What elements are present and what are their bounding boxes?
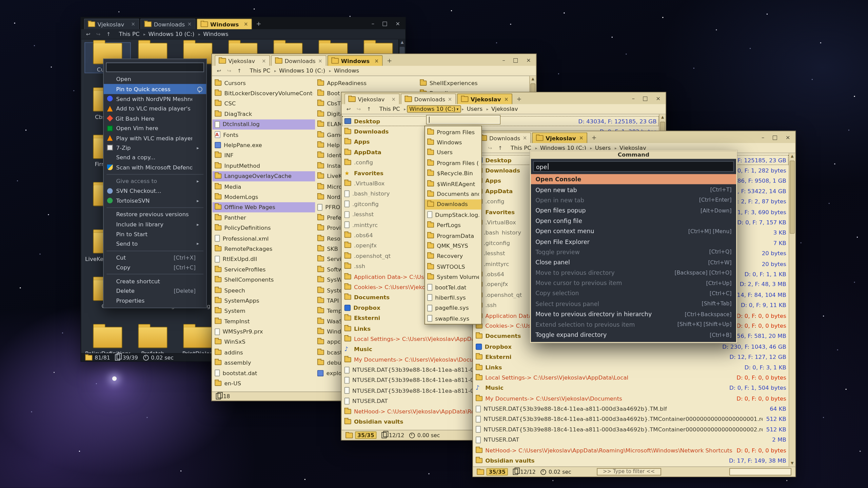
- close-button[interactable]: ×: [786, 134, 790, 140]
- menu-item[interactable]: Open Vim here: [104, 123, 206, 133]
- scroll-up-icon[interactable]: ▲: [659, 114, 666, 120]
- new-tab-button[interactable]: +: [515, 95, 524, 104]
- dropdown-item[interactable]: Windows: [425, 137, 481, 148]
- new-tab-button[interactable]: +: [590, 134, 599, 143]
- file-row[interactable]: SystemApps: [213, 295, 315, 306]
- menu-item[interactable]: Cut [Ctrl+X]: [104, 253, 206, 263]
- menu-item[interactable]: Send a copy...: [104, 153, 206, 163]
- menu-item[interactable]: Delete [Delete]: [104, 286, 206, 296]
- file-row[interactable]: HelpPane.exe: [213, 140, 315, 150]
- up-button[interactable]: ↑: [105, 31, 112, 37]
- tab-close-icon[interactable]: ×: [375, 58, 379, 64]
- vertical-scrollbar[interactable]: ▲ ▼: [789, 153, 795, 466]
- file-row[interactable]: WinSxS: [213, 337, 315, 347]
- tab-close-icon[interactable]: ×: [318, 58, 322, 64]
- file-row[interactable]: My Documents -> C:\Users\Vjekoslav\Docum…: [473, 393, 788, 404]
- tab-close-icon[interactable]: ×: [523, 135, 527, 141]
- file-row[interactable]: AppReadiness: [315, 78, 418, 88]
- file-row[interactable]: assembly: [213, 358, 315, 368]
- file-row[interactable]: DtcInstall.log: [213, 119, 315, 130]
- breadcrumb-item[interactable]: This PC: [117, 31, 142, 37]
- path-edit-input[interactable]: [426, 115, 500, 124]
- tab-close-icon[interactable]: ×: [244, 21, 248, 27]
- scroll-up-icon[interactable]: ▲: [399, 39, 405, 45]
- dropdown-item[interactable]: Recovery: [425, 251, 481, 262]
- breadcrumb-item[interactable]: This PC: [248, 67, 273, 74]
- tab[interactable]: Vjekoslav ×: [457, 94, 512, 104]
- dropdown-item[interactable]: DumpStack.log...: [425, 210, 481, 220]
- menu-item[interactable]: Properties: [104, 296, 206, 306]
- back-button[interactable]: ↩: [84, 31, 92, 37]
- file-row[interactable]: Offline Web Pages: [213, 202, 315, 212]
- back-button[interactable]: ↩: [345, 106, 352, 112]
- file-row[interactable]: ServiceProfiles: [213, 264, 315, 275]
- command-item[interactable]: Move to previous directory [Backspace] […: [531, 267, 736, 278]
- file-row[interactable]: NetHood -> C:\Users\Vjekoslav\AppData\Ro…: [473, 445, 788, 455]
- file-row[interactable]: RtlExUpd.dll: [213, 254, 315, 264]
- scroll-down-icon[interactable]: ▼: [789, 460, 795, 466]
- menu-item[interactable]: Open: [104, 74, 206, 84]
- scroll-up-icon[interactable]: ▲: [789, 153, 795, 159]
- command-item[interactable]: Toggle preview [Ctrl+Q]: [531, 247, 736, 257]
- file-row[interactable]: Media: [213, 181, 315, 192]
- tab[interactable]: Vjekoslav ×: [215, 55, 270, 66]
- file-row[interactable]: ShellExperiences: [418, 78, 520, 88]
- file-row[interactable]: Panther: [213, 212, 315, 223]
- dropdown-item[interactable]: Program Files (...: [425, 158, 481, 168]
- dropdown-item[interactable]: QMK_MSYS: [425, 241, 481, 251]
- menu-item[interactable]: TortoiseSVN ▸: [104, 196, 206, 206]
- breadcrumb-item[interactable]: This PC: [378, 106, 403, 112]
- maximize-button[interactable]: □: [643, 96, 648, 101]
- file-row[interactable]: Obsidian vaults D: 17, F: 149, 38 MB: [473, 455, 788, 466]
- file-row[interactable]: NTUSER.DAT{53b39e88-18c4-11ea-a811-000d3…: [473, 414, 788, 424]
- dropdown-item[interactable]: $WinREAgent: [425, 179, 481, 189]
- tab[interactable]: Vjekoslav ×: [532, 133, 587, 143]
- breadcrumb-item[interactable]: Windows 10 (C:): [146, 31, 197, 37]
- file-row[interactable]: Cursors: [213, 78, 315, 88]
- file-row[interactable]: System: [213, 306, 315, 316]
- file-row[interactable]: bootstat.dat: [213, 368, 315, 378]
- dropdown-item[interactable]: Downloads: [425, 199, 481, 210]
- status-input[interactable]: [729, 468, 791, 475]
- menu-item[interactable]: Send to ▸: [104, 239, 206, 249]
- file-row[interactable]: Music D: 0, F: 1, 504 bytes: [473, 383, 788, 393]
- tab[interactable]: Windows ×: [328, 55, 383, 66]
- tab-close-icon[interactable]: ×: [504, 96, 509, 102]
- file-row[interactable]: Speech: [213, 285, 315, 296]
- maximize-button[interactable]: □: [772, 134, 778, 140]
- menu-item[interactable]: Restore previous versions: [104, 210, 206, 220]
- breadcrumb-item[interactable]: Windows 10 (C:): [277, 67, 328, 74]
- dropdown-item[interactable]: Program Files: [425, 127, 481, 137]
- menu-item[interactable]: [106, 207, 203, 208]
- up-button[interactable]: ↑: [365, 106, 373, 112]
- menu-item[interactable]: Pin to Start: [104, 229, 206, 239]
- forward-button[interactable]: ↪: [355, 106, 362, 112]
- breadcrumb-item[interactable]: Vjekoslav: [490, 106, 521, 112]
- command-item[interactable]: Move cursor to previous item [Ctrl+Up]: [531, 278, 736, 288]
- forward-button[interactable]: ↪: [95, 31, 102, 37]
- dropdown-item[interactable]: PerfLogs: [425, 220, 481, 230]
- scrollbar-thumb[interactable]: [790, 161, 795, 234]
- dropdown-item[interactable]: ProgramData: [425, 230, 481, 241]
- tab[interactable]: Downloads ×: [401, 94, 456, 104]
- minimize-button[interactable]: –: [502, 57, 505, 63]
- file-row[interactable]: WMSysPr9.prx: [213, 326, 315, 337]
- menu-item[interactable]: Create shortcut: [104, 276, 206, 286]
- menu-item[interactable]: Scan with Microsoft Defender...: [104, 163, 206, 172]
- up-button[interactable]: ↑: [236, 68, 243, 74]
- tab[interactable]: Vjekoslav ×: [84, 19, 139, 29]
- breadcrumb-item[interactable]: Windows: [332, 67, 362, 74]
- file-row[interactable]: NTUSER.DAT{53b39e88-18c4-11ea-a811-000d3…: [473, 404, 788, 414]
- command-input[interactable]: ope: [533, 161, 734, 172]
- file-row[interactable]: DiagTrack: [213, 109, 315, 119]
- menu-item[interactable]: [106, 274, 203, 275]
- command-item[interactable]: Open config file: [531, 216, 736, 226]
- dropdown-item[interactable]: pagefile.sys: [425, 303, 481, 313]
- maximize-button[interactable]: □: [382, 21, 388, 26]
- menu-item[interactable]: [106, 63, 204, 72]
- filter-box[interactable]: >> Type to filter <<: [597, 468, 661, 475]
- forward-button[interactable]: ↪: [225, 68, 233, 74]
- menu-item[interactable]: [106, 174, 203, 175]
- menu-item[interactable]: [106, 250, 203, 251]
- command-item[interactable]: Copy selection [Ctrl+C]: [531, 288, 736, 299]
